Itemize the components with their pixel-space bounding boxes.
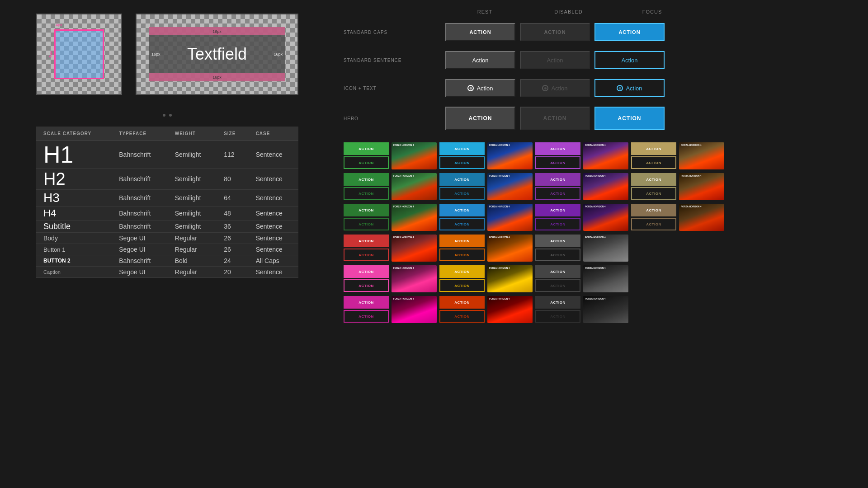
col-case: CASE [249, 127, 298, 141]
mini-btn-solid-5-2[interactable]: ACTION [439, 296, 485, 309]
mini-btn-outline-4-2[interactable]: ACTION [439, 279, 485, 292]
type-typeface: Bahnschrift [112, 255, 167, 267]
type-weight: Regular [168, 267, 217, 278]
mini-btn-outline-0-2[interactable]: ACTION [439, 156, 485, 169]
color-cell-0-3: FORZA HORIZON 4 [487, 142, 533, 169]
mini-btn-outline-3-0[interactable]: ACTION [344, 249, 389, 261]
mini-btn-solid-2-6[interactable]: ACTION [631, 204, 676, 216]
mini-btn-outline-4-4[interactable]: ACTION [535, 279, 580, 292]
typography-table: SCALE CATEGORY TYPEFACE WEIGHT SIZE CASE… [36, 127, 298, 278]
type-weight: Bold [168, 255, 217, 267]
mini-btn-outline-0-6[interactable]: ACTION [631, 156, 676, 169]
type-label: H3 [36, 190, 112, 206]
color-cell-3-6 [631, 235, 676, 262]
mini-btn-outline-1-4[interactable]: ACTION [535, 187, 580, 200]
btn-standard-caps-focus[interactable]: ACTION [594, 23, 665, 41]
btn-standard-sentence-rest[interactable]: Action [445, 51, 515, 69]
mini-btn-solid-1-2[interactable]: ACTION [439, 173, 485, 186]
mini-btn-outline-4-0[interactable]: ACTION [344, 279, 389, 292]
color-cell-5-5: FORZA HORIZON 4 [583, 296, 628, 323]
type-label: Subtitle [36, 221, 112, 233]
mini-btn-outline-5-4[interactable]: ACTION [535, 310, 580, 323]
color-cell-0-0: ACTIONACTION [344, 142, 389, 169]
mini-btn-outline-0-4[interactable]: ACTION [535, 156, 580, 169]
mini-btn-outline-3-4[interactable]: ACTION [535, 249, 580, 261]
mini-btn-solid-4-4[interactable]: ACTION [535, 265, 580, 278]
mini-btn-solid-4-2[interactable]: ACTION [439, 265, 485, 278]
mini-btn-solid-5-4[interactable]: ACTION [535, 296, 580, 309]
dot-indicator [163, 114, 165, 117]
spacing-demo-box: 4px 8px [36, 14, 122, 95]
type-case: Sentence [249, 206, 298, 221]
type-typeface: Bahnschrift [112, 169, 167, 190]
mini-btn-solid-1-6[interactable]: ACTION [631, 173, 676, 186]
mini-btn-outline-0-0[interactable]: ACTION [344, 156, 389, 169]
type-label: H1 [36, 141, 112, 169]
mini-btn-solid-2-0[interactable]: ACTION [344, 204, 389, 216]
color-cell-3-1: FORZA HORIZON 4 [392, 235, 437, 262]
mini-btn-outline-5-2[interactable]: ACTION [439, 310, 485, 323]
col-weight: WEIGHT [168, 127, 217, 141]
color-cell-2-3: FORZA HORIZON 4 [487, 204, 533, 231]
color-row-4: ACTIONACTIONFORZA HORIZON 4ACTIONACTIONF… [344, 265, 859, 292]
color-cell-4-0: ACTIONACTION [344, 265, 389, 292]
mini-btn-solid-4-0[interactable]: ACTION [344, 265, 389, 278]
mini-btn-outline-2-0[interactable]: ACTION [344, 218, 389, 230]
btn-icon-text-focus[interactable]: ⊕ Action [594, 79, 665, 97]
mini-btn-solid-3-0[interactable]: ACTION [344, 235, 389, 247]
color-cell-5-3: FORZA HORIZON 4 [487, 296, 533, 323]
color-cell-3-7 [679, 235, 724, 262]
color-cell-0-5: FORZA HORIZON 4 [583, 142, 628, 169]
mini-btn-solid-2-2[interactable]: ACTION [439, 204, 485, 216]
mini-btn-outline-2-6[interactable]: ACTION [631, 218, 676, 230]
mini-btn-outline-2-4[interactable]: ACTION [535, 218, 580, 230]
color-cell-4-7 [679, 265, 724, 292]
btn-icon-disabled-icon: ⊕ [542, 85, 548, 91]
mini-btn-solid-0-4[interactable]: ACTION [535, 142, 580, 155]
padding-bar-top: 16px [149, 27, 285, 35]
type-label: Caption [36, 267, 112, 278]
mini-btn-solid-1-0[interactable]: ACTION [344, 173, 389, 186]
btn-row-standard-caps: STANDARD CAPS ACTION ACTION ACTION [344, 21, 694, 43]
mini-btn-solid-1-4[interactable]: ACTION [535, 173, 580, 186]
btn-standard-caps-rest[interactable]: ACTION [445, 23, 515, 41]
mini-btn-outline-1-0[interactable]: ACTION [344, 187, 389, 200]
color-cell-2-4: ACTIONACTION [535, 204, 580, 231]
type-weight: Regular [168, 244, 217, 255]
btn-standard-sentence-focus[interactable]: Action [594, 51, 665, 69]
type-row-subtitle: Subtitle Bahnschrift Semilight 36 Senten… [36, 221, 298, 233]
mini-btn-solid-0-0[interactable]: ACTION [344, 142, 389, 155]
btn-icon-text-rest[interactable]: ⊕ Action [445, 79, 515, 97]
mini-btn-solid-2-4[interactable]: ACTION [535, 204, 580, 216]
mini-btn-outline-1-6[interactable]: ACTION [631, 187, 676, 200]
type-row-button-1: Button 1 Segoe UI Regular 26 Sentence [36, 244, 298, 255]
mini-btn-outline-3-2[interactable]: ACTION [439, 249, 485, 261]
col-typeface: TYPEFACE [112, 127, 167, 141]
color-cell-2-0: ACTIONACTION [344, 204, 389, 231]
type-row-button-2: BUTTON 2 Bahnschrift Bold 24 All Caps [36, 255, 298, 267]
mini-btn-outline-5-0[interactable]: ACTION [344, 310, 389, 323]
color-cell-3-5: FORZA HORIZON 4 [583, 235, 628, 262]
type-case: Sentence [249, 267, 298, 278]
color-cell-4-5: FORZA HORIZON 4 [583, 265, 628, 292]
mini-btn-outline-1-2[interactable]: ACTION [439, 187, 485, 200]
col-size: SIZE [217, 127, 248, 141]
btn-hero-focus[interactable]: ACTION [594, 107, 665, 130]
color-cell-4-6 [631, 265, 676, 292]
type-weight: Semilight [168, 221, 217, 233]
btn-row-standard-sentence: STANDARD SENTENCE Action Action Action [344, 49, 694, 71]
mini-btn-solid-5-0[interactable]: ACTION [344, 296, 389, 309]
mini-btn-solid-0-2[interactable]: ACTION [439, 142, 485, 155]
mini-btn-solid-0-6[interactable]: ACTION [631, 142, 676, 155]
color-cell-3-2: ACTIONACTION [439, 235, 485, 262]
btn-hero-rest[interactable]: ACTION [445, 107, 515, 130]
type-case: Sentence [249, 233, 298, 244]
color-palette-grid: ACTIONACTIONFORZA HORIZON 4ACTIONACTIONF… [344, 142, 859, 327]
color-row-5: ACTIONACTIONFORZA HORIZON 4ACTIONACTIONF… [344, 296, 859, 323]
mini-btn-solid-3-2[interactable]: ACTION [439, 235, 485, 247]
mini-btn-solid-3-4[interactable]: ACTION [535, 235, 580, 247]
color-cell-2-5: FORZA HORIZON 4 [583, 204, 628, 231]
row-label-icon-text: ICON + TEXT [344, 86, 443, 91]
btn-icon-rest-label: Action [476, 85, 493, 92]
mini-btn-outline-2-2[interactable]: ACTION [439, 218, 485, 230]
